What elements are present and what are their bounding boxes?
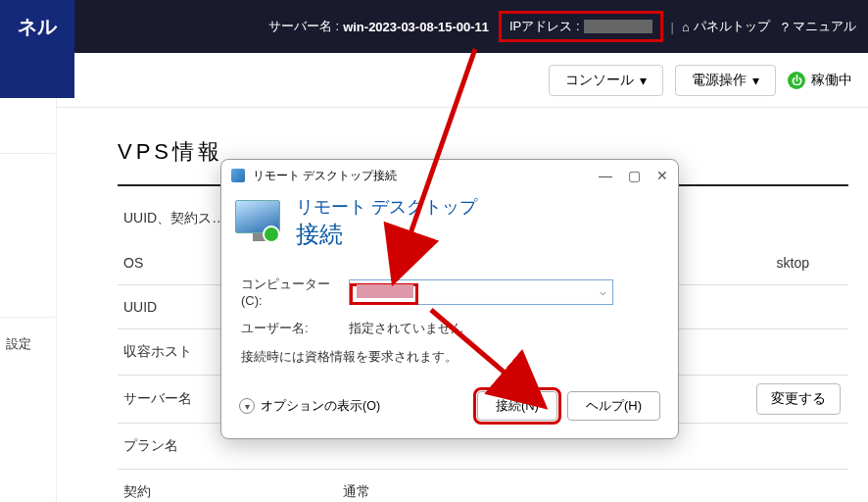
topbar: ネル サーバー名 : win-2023-03-08-15-00-11 IPアドレ… <box>0 0 868 53</box>
chevron-down-circle-icon: ▾ <box>239 398 255 414</box>
change-button[interactable]: 変更する <box>756 383 841 415</box>
server-name-value: win-2023-03-08-15-00-11 <box>343 20 489 34</box>
help-icon: ? <box>782 20 789 34</box>
subbar: コンソール ▾ 電源操作 ▾ ⏻ 稼働中 <box>0 53 868 108</box>
rdp-monitor-icon <box>235 200 284 245</box>
window-minimize-icon[interactable]: — <box>599 168 612 183</box>
window-maximize-icon[interactable]: ▢ <box>628 168 641 183</box>
connect-button[interactable]: 接続(N) <box>477 391 557 421</box>
ip-address-label: IPアドレス : <box>509 18 580 35</box>
home-icon: ⌂ <box>682 20 690 34</box>
row-header-uuid-contract: UUID、契約ス… <box>118 196 231 241</box>
computer-combobox[interactable]: ⌵ <box>349 279 613 305</box>
help-button[interactable]: ヘルプ(H) <box>567 391 660 421</box>
dialog-title: リモート デスクトップ接続 <box>253 168 397 184</box>
username-value: 指定されていません <box>349 320 463 337</box>
chevron-down-icon[interactable]: ⌵ <box>600 285 606 298</box>
chevron-down-icon: ▾ <box>640 73 647 88</box>
credentials-note: 接続時には資格情報を要求されます。 <box>241 349 658 366</box>
dialog-titlebar[interactable]: リモート デスクトップ接続 — ▢ ✕ <box>221 160 678 191</box>
value-contract: 通常 <box>225 470 848 502</box>
manual-label: マニュアル <box>793 18 856 35</box>
separator: | <box>671 20 674 34</box>
power-label: 電源操作 <box>692 72 747 89</box>
label-os: OS <box>118 241 225 284</box>
computer-label: コンピューター(C): <box>241 276 339 308</box>
label-server-name: サーバー名 <box>118 376 225 422</box>
panel-top-label: パネルトップ <box>694 18 770 35</box>
ip-address-redacted <box>584 20 652 33</box>
computer-value-redacted <box>357 284 413 298</box>
remote-desktop-dialog: リモート デスクトップ接続 — ▢ ✕ リモート デスクトップ 接続 コンピュー… <box>220 159 679 439</box>
manual-link[interactable]: ? マニュアル <box>782 18 856 35</box>
dialog-hero-line1: リモート デスクトップ <box>296 195 477 219</box>
power-on-icon: ⏻ <box>788 72 805 89</box>
label-host: 収容ホスト <box>118 329 225 375</box>
chevron-down-icon: ▾ <box>752 73 759 88</box>
status-label: 稼働中 <box>811 72 852 89</box>
dialog-hero-line2: 接続 <box>296 219 477 250</box>
console-button[interactable]: コンソール ▾ <box>549 65 663 96</box>
console-label: コンソール <box>565 72 634 89</box>
power-button[interactable]: 電源操作 ▾ <box>675 65 776 96</box>
sidebar-item-settings[interactable]: 設定 <box>0 318 56 371</box>
brand-panel: ネル <box>0 0 74 98</box>
label-plan: プラン名 <box>118 424 225 469</box>
sidebar: 設定 <box>0 98 57 502</box>
ip-address-highlight: IPアドレス : <box>499 11 663 42</box>
label-contract: 契約 <box>118 470 225 502</box>
username-label: ユーザー名: <box>241 320 339 337</box>
rdp-app-icon <box>231 169 245 182</box>
panel-top-link[interactable]: ⌂ パネルトップ <box>682 18 770 35</box>
server-name-label: サーバー名 : <box>268 18 339 35</box>
show-options-label: オプションの表示(O) <box>261 398 380 415</box>
dialog-hero: リモート デスクトップ 接続 <box>221 191 678 260</box>
computer-value-highlight <box>350 283 418 305</box>
show-options-toggle[interactable]: ▾ オプションの表示(O) <box>239 398 380 415</box>
window-close-icon[interactable]: ✕ <box>656 168 668 183</box>
label-uuid: UUID <box>118 285 225 328</box>
status-badge: ⏻ 稼働中 <box>788 72 852 89</box>
